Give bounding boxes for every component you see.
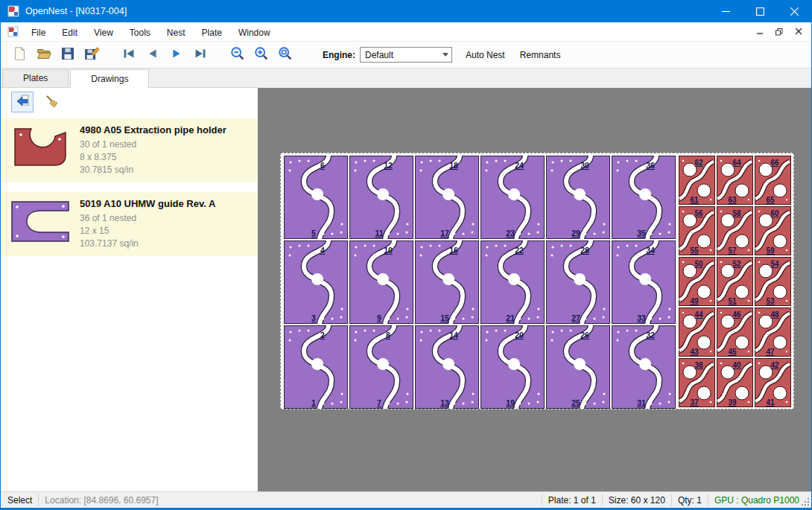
nested-extraction-holder-pair[interactable]: 64 63 [717, 156, 753, 205]
part-number: 34 [646, 246, 655, 255]
tab-drawings[interactable]: Drawings [70, 69, 149, 88]
new-file-button[interactable] [8, 44, 32, 66]
nested-uhmw-guide-pair[interactable]: 18 17 [415, 156, 479, 239]
uhmw-guide-pair-shape: 32 31 [612, 325, 676, 409]
import-drawing-button[interactable] [11, 92, 34, 112]
nested-extraction-holder-pair[interactable]: 58 57 [717, 206, 753, 255]
nested-uhmw-guide-pair[interactable]: 20 19 [480, 325, 545, 409]
nested-uhmw-guide-pair[interactable]: 16 15 [415, 240, 479, 324]
nested-extraction-holder-pair[interactable]: 46 45 [717, 307, 753, 357]
part-number: 47 [766, 348, 775, 356]
nested-uhmw-guide-pair[interactable]: 30 29 [546, 156, 610, 239]
menu-item-window[interactable]: Window [230, 24, 279, 42]
nested-uhmw-guide-pair[interactable]: 8 7 [349, 325, 413, 409]
part-number: 11 [375, 229, 383, 238]
part-nested-count: 36 of 1 nested [80, 212, 253, 225]
nested-uhmw-guide-pair[interactable]: 14 13 [415, 325, 479, 409]
nested-uhmw-guide-pair[interactable]: 24 23 [480, 156, 545, 239]
menu-item-plate[interactable]: Plate [194, 24, 230, 42]
nested-extraction-holder-pair[interactable]: 44 43 [679, 307, 715, 357]
part-number: 13 [440, 398, 449, 407]
remnants-button[interactable]: Remnants [513, 45, 568, 65]
nested-uhmw-guide-pair[interactable]: 32 31 [612, 325, 676, 409]
auto-nest-button[interactable]: Auto Nest [458, 45, 513, 65]
nested-extraction-holder-pair[interactable]: 42 41 [755, 358, 791, 407]
part-number: 58 [732, 209, 741, 217]
nested-extraction-holder-pair[interactable]: 66 65 [755, 156, 791, 205]
title-bar: OpenNest - [N0317-004] [1, 0, 811, 22]
nested-extraction-holder-pair[interactable]: 38 37 [679, 358, 715, 407]
nested-uhmw-guide-pair[interactable]: 26 25 [546, 325, 610, 409]
part-number: 31 [637, 398, 646, 407]
part-number: 53 [766, 297, 775, 305]
nest-canvas[interactable]: 6 5 12 11 18 17 24 23 30 29 [258, 88, 811, 491]
menu-item-tools[interactable]: Tools [121, 24, 159, 42]
nested-uhmw-guide-pair[interactable]: 12 11 [349, 156, 413, 239]
nested-uhmw-guide-pair[interactable]: 22 21 [480, 240, 545, 324]
uhmw-guide-pair-shape: 8 7 [349, 325, 413, 409]
menu-item-edit[interactable]: Edit [54, 24, 86, 42]
uhmw-guide-pair-shape: 36 35 [612, 156, 676, 239]
extraction-holder-pair-shape: 56 55 [679, 206, 715, 255]
part-number: 2 [320, 331, 325, 340]
nested-uhmw-guide-pair[interactable]: 2 1 [284, 325, 348, 409]
main-toolbar: Engine: Default Auto Nest Remnants [1, 42, 811, 68]
resize-grip[interactable] [799, 492, 811, 508]
save-as-button[interactable] [80, 44, 104, 66]
nested-uhmw-guide-pair[interactable]: 6 5 [284, 156, 348, 239]
zoom-out-button[interactable] [226, 44, 250, 66]
nested-extraction-holder-pair[interactable]: 52 51 [717, 257, 753, 306]
tab-plates[interactable]: Plates [2, 69, 69, 87]
nav-last-button[interactable] [188, 44, 212, 66]
drawing-list-item[interactable]: 4980 A05 Extraction pipe holder30 of 1 n… [1, 118, 258, 182]
part-nested-count: 30 of 1 nested [80, 138, 253, 151]
child-minimize-icon[interactable] [752, 25, 768, 39]
uhmw-guide-pair-shape: 16 15 [415, 240, 479, 324]
maximize-icon[interactable] [743, 0, 777, 22]
minimize-icon[interactable] [708, 0, 743, 22]
nav-previous-button[interactable] [141, 44, 165, 66]
status-mode: Select [7, 495, 32, 506]
status-separator [38, 494, 39, 506]
part-number: 51 [728, 297, 737, 305]
nested-uhmw-guide-pair[interactable]: 34 33 [612, 240, 676, 324]
part-title: 5019 A10 UHMW guide Rev. A [80, 198, 253, 209]
child-close-icon[interactable] [790, 25, 807, 39]
extraction-holder-pair-shape: 62 61 [679, 156, 715, 205]
nested-extraction-holder-pair[interactable]: 60 59 [755, 206, 791, 255]
part-number: 65 [766, 196, 775, 204]
nested-uhmw-guide-pair[interactable]: 4 3 [284, 240, 348, 324]
menu-item-view[interactable]: View [86, 24, 121, 42]
nested-extraction-holder-pair[interactable]: 40 39 [717, 358, 753, 407]
part-number: 30 [580, 161, 589, 170]
zoom-fit-button[interactable] [273, 44, 297, 66]
part-number: 19 [506, 398, 515, 407]
nested-extraction-holder-pair[interactable]: 56 55 [679, 206, 715, 255]
nested-extraction-holder-pair[interactable]: 54 53 [755, 257, 791, 306]
zoom-in-button[interactable] [250, 44, 273, 66]
drawings-list: 4980 A05 Extraction pipe holder30 of 1 n… [1, 116, 258, 491]
document-icon[interactable] [7, 26, 19, 37]
open-folder-button[interactable] [32, 44, 56, 66]
nested-uhmw-guide-pair[interactable]: 36 35 [612, 156, 676, 239]
engine-dropdown[interactable]: Default [360, 47, 452, 63]
nested-extraction-holder-pair[interactable]: 50 49 [679, 257, 715, 306]
close-icon[interactable] [777, 0, 811, 22]
plate[interactable]: 6 5 12 11 18 17 24 23 30 29 [280, 153, 794, 409]
drawing-list-item[interactable]: 5019 A10 UHMW guide Rev. A36 of 1 nested… [1, 192, 258, 256]
child-restore-icon[interactable] [771, 25, 787, 39]
menu-item-file[interactable]: File [23, 24, 54, 42]
save-button[interactable] [56, 44, 80, 66]
part-number: 55 [690, 246, 699, 255]
nested-uhmw-guide-pair[interactable]: 28 27 [546, 240, 610, 324]
nested-uhmw-guide-pair[interactable]: 10 9 [349, 240, 413, 324]
nested-extraction-holder-pair[interactable]: 48 47 [755, 307, 791, 357]
nav-first-button[interactable] [117, 44, 141, 66]
part-number: 40 [732, 361, 741, 369]
nav-next-button[interactable] [165, 44, 188, 66]
nested-extraction-holder-pair[interactable]: 62 61 [679, 156, 715, 205]
part-number: 45 [728, 348, 737, 356]
extraction-holder-pair-shape: 60 59 [755, 206, 791, 255]
menu-item-nest[interactable]: Nest [159, 24, 194, 42]
clear-drawings-button[interactable] [41, 92, 63, 112]
